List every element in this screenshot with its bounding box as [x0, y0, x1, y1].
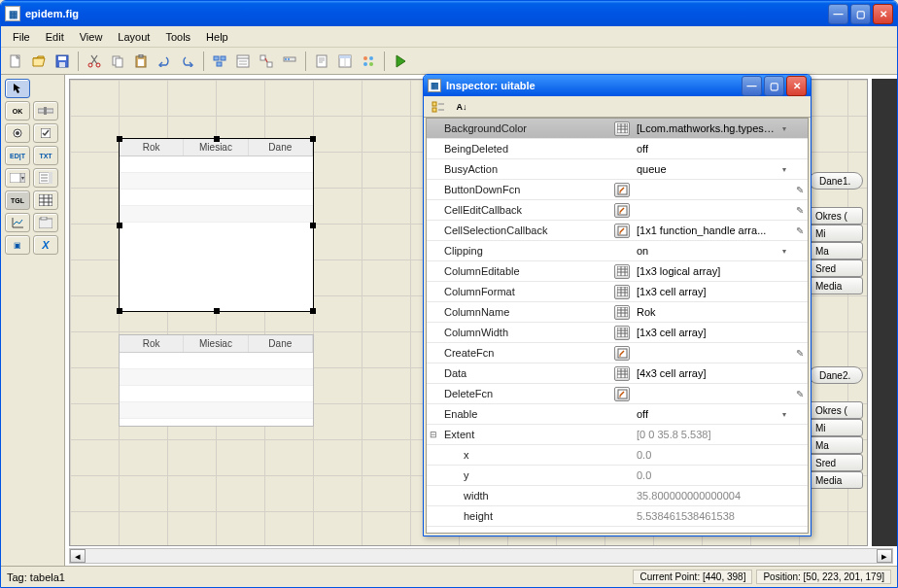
grid-editor-icon[interactable] [614, 366, 630, 381]
sred2[interactable]: Sred [809, 454, 863, 471]
scroll-left-icon[interactable]: ◂ [70, 549, 86, 563]
prop-row-x[interactable]: x0.0 [427, 445, 808, 466]
okres2[interactable]: Okres ( [809, 401, 863, 419]
prop-row-columnname[interactable]: ColumnNameRok [427, 302, 808, 323]
cut-icon[interactable] [84, 51, 105, 72]
slider-tool[interactable] [33, 101, 58, 121]
paste-icon[interactable] [130, 51, 152, 72]
prop-row-y[interactable]: y0.0 [427, 466, 808, 486]
dropdown-icon[interactable]: ▾ [777, 247, 792, 256]
media2[interactable]: Media [809, 471, 863, 489]
prop-value[interactable]: queue [633, 163, 777, 175]
prop-row-data[interactable]: Data[4x3 cell array] [427, 363, 808, 384]
menu-help[interactable]: Help [198, 28, 236, 46]
prop-value[interactable]: [4x3 cell array] [633, 367, 777, 379]
prop-value[interactable]: normal [633, 531, 777, 534]
prop-value[interactable]: on [633, 245, 777, 257]
max1[interactable]: Ma [809, 242, 863, 259]
activex-tool[interactable]: X [33, 235, 58, 255]
pencil-icon[interactable]: ✎ [792, 205, 808, 216]
prop-value[interactable]: 0.0 [633, 449, 777, 461]
redo-icon[interactable] [177, 51, 198, 72]
grid-editor-icon[interactable] [614, 326, 630, 340]
run-icon[interactable] [390, 51, 411, 72]
callback-editor-icon[interactable] [614, 203, 630, 218]
save-icon[interactable] [52, 51, 73, 72]
edit-tool[interactable]: ED|T [5, 146, 30, 165]
maximize-button[interactable]: ▢ [850, 4, 871, 24]
property-inspector-icon[interactable] [334, 51, 356, 72]
inspector-titlebar[interactable]: ▦ Inspector: uitable — ▢ ✕ [424, 75, 811, 96]
select-tool[interactable] [5, 79, 30, 98]
media1[interactable]: Media [809, 277, 863, 294]
callback-editor-icon[interactable] [614, 387, 630, 401]
dane2-button[interactable]: Dane2. [809, 366, 863, 384]
menu-tools[interactable]: Tools [157, 28, 198, 46]
menu-editor-icon[interactable] [232, 51, 254, 72]
prop-row-columnwidth[interactable]: ColumnWidth[1x3 cell array] [427, 323, 808, 343]
prop-row-deletefcn[interactable]: DeleteFcn✎ [427, 384, 808, 404]
expand-toggle[interactable]: ⊟ [427, 430, 440, 439]
callback-editor-icon[interactable] [614, 183, 630, 197]
titlebar[interactable]: ▦ epidem.fig — ▢ ✕ [1, 1, 897, 26]
new-icon[interactable] [5, 51, 26, 72]
inspector-property-list[interactable]: BackgroundColor[Lcom.mathworks.hg.types.… [426, 118, 809, 534]
pencil-icon[interactable]: ✎ [792, 225, 808, 236]
prop-row-buttondownfcn[interactable]: ButtonDownFcn✎ [427, 180, 808, 200]
minimize-button[interactable]: — [828, 4, 848, 24]
dane1-button[interactable]: Dane1. [809, 172, 863, 190]
prop-row-width[interactable]: width35.800000000000004 [427, 486, 808, 506]
dropdown-icon[interactable]: ▾ [777, 533, 792, 535]
inspector-close[interactable]: ✕ [786, 76, 807, 96]
editor-icon[interactable] [311, 51, 332, 72]
prop-row-fontangle[interactable]: FontAnglenormal▾ [427, 527, 808, 534]
undo-icon[interactable] [154, 51, 175, 72]
okres1[interactable]: Okres ( [809, 207, 863, 225]
prop-value[interactable]: [0 0 35.8 5.538] [633, 429, 777, 440]
alphabetize-icon[interactable]: A↓ [451, 96, 472, 118]
pencil-icon[interactable]: ✎ [792, 389, 808, 399]
prop-row-celleditcallback[interactable]: CellEditCallback✎ [427, 200, 808, 221]
table-tool[interactable] [33, 190, 58, 210]
close-button[interactable]: ✕ [873, 4, 893, 24]
prop-value[interactable]: [Lcom.mathworks.hg.types.H... [633, 122, 777, 134]
scroll-right-icon[interactable]: ▸ [877, 549, 892, 563]
pencil-icon[interactable]: ✎ [792, 348, 808, 359]
prop-row-cellselectioncallback[interactable]: CellSelectionCallback[1x1 function_handl… [427, 221, 808, 241]
dropdown-icon[interactable]: ▾ [777, 124, 792, 133]
prop-row-columnformat[interactable]: ColumnFormat[1x3 cell array] [427, 282, 808, 302]
prop-value[interactable]: [1x3 cell array] [633, 327, 777, 338]
sred1[interactable]: Sred [809, 259, 863, 277]
menu-edit[interactable]: Edit [38, 28, 72, 46]
prop-row-height[interactable]: height5.538461538461538 [427, 506, 808, 527]
prop-row-columneditable[interactable]: ColumnEditable[1x3 logical array] [427, 261, 808, 282]
prop-row-extent[interactable]: ⊟Extent[0 0 35.8 5.538] [427, 425, 808, 445]
prop-value[interactable]: off [633, 408, 777, 420]
menu-view[interactable]: View [72, 28, 111, 46]
callback-editor-icon[interactable] [614, 224, 630, 238]
buttongroup-tool[interactable]: ▣ [5, 235, 30, 255]
min1[interactable]: Mi [809, 225, 863, 242]
inspector-maximize[interactable]: ▢ [764, 76, 784, 96]
grid-editor-icon[interactable] [614, 305, 630, 320]
radiobutton-tool[interactable] [5, 123, 30, 143]
prop-value[interactable]: 0.0 [633, 469, 777, 481]
copy-icon[interactable] [107, 51, 128, 72]
tab-order-icon[interactable] [256, 51, 277, 72]
listbox-tool[interactable] [33, 168, 58, 188]
prop-value[interactable]: 35.800000000000004 [633, 490, 777, 502]
prop-value[interactable]: 5.538461538461538 [633, 510, 777, 522]
menu-file[interactable]: File [5, 28, 38, 46]
popup-tool[interactable] [5, 168, 30, 188]
uitable1-selected[interactable]: Rok Miesiac Dane [119, 138, 314, 312]
togglebutton-tool[interactable]: TGL [5, 190, 30, 210]
object-browser-icon[interactable] [358, 51, 379, 72]
menu-layout[interactable]: Layout [110, 28, 157, 46]
inspector-window[interactable]: ▦ Inspector: uitable — ▢ ✕ A↓ Background… [423, 74, 812, 536]
prop-value[interactable]: [1x1 function_handle arra... [633, 225, 777, 236]
dropdown-icon[interactable]: ▾ [777, 410, 792, 419]
grid-editor-icon[interactable] [614, 285, 630, 299]
inspector-minimize[interactable]: — [742, 76, 762, 96]
checkbox-tool[interactable] [33, 123, 58, 143]
min2[interactable]: Mi [809, 419, 863, 436]
